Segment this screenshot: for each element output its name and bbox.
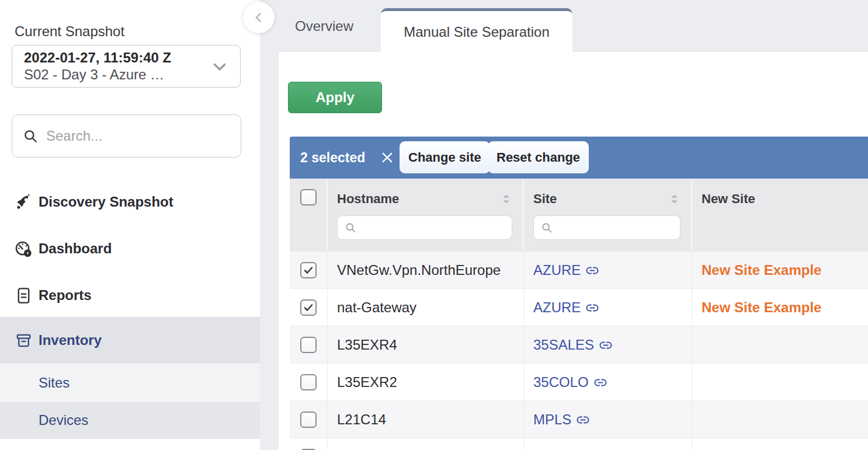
sidebar: Current Snapshot 2022-01-27, 11:59:40 Z …	[0, 0, 260, 450]
column-header-hostname: Hostname	[328, 179, 524, 251]
new-site-cell	[692, 401, 867, 438]
site-cell	[524, 438, 692, 450]
reset-change-button[interactable]: Reset change	[488, 141, 589, 173]
column-header-site: Site	[524, 179, 692, 251]
column-title: Hostname	[337, 191, 399, 207]
site-link[interactable]: MPLS	[533, 411, 589, 428]
tab-label: Overview	[295, 18, 353, 34]
table-row: L35EXR2 35COLO	[290, 363, 868, 400]
site-link[interactable]: 35COLO	[533, 374, 607, 390]
search-icon	[23, 128, 38, 144]
table-row: L21C14 MPLS	[290, 400, 868, 438]
new-site-cell	[692, 326, 867, 363]
hostname-filter	[337, 215, 512, 240]
snapshot-name: S02 - Day 3 - Azure …	[24, 67, 211, 83]
table-row: VNetGw.Vpn.NorthEurope AZURE New Site Ex…	[290, 251, 868, 288]
site-name: AZURE	[533, 299, 581, 316]
tab-label: Manual Site Separation	[404, 24, 550, 40]
column-title: Site	[533, 191, 557, 207]
sort-icon[interactable]	[502, 194, 510, 204]
hostname-cell	[328, 438, 524, 450]
site-filter-input[interactable]	[557, 221, 673, 235]
sidebar-item-dashboard[interactable]: Dashboard	[0, 233, 260, 264]
tab-bar	[279, 0, 868, 52]
link-icon	[594, 377, 607, 387]
sidebar-subitem-label: Devices	[39, 412, 88, 428]
devices-table: Hostname Site	[290, 179, 868, 450]
sidebar-item-sites[interactable]: Sites	[0, 364, 260, 401]
chevron-left-icon	[251, 10, 266, 25]
sidebar-item-label: Dashboard	[39, 240, 112, 257]
row-checkbox[interactable]	[300, 374, 317, 390]
site-filter	[533, 215, 680, 240]
site-name: AZURE	[533, 262, 581, 278]
column-title: New Site	[702, 191, 755, 207]
archive-box-icon	[15, 332, 33, 350]
snapshot-selector[interactable]: 2022-01-27, 11:59:40 Z S02 - Day 3 - Azu…	[12, 45, 241, 88]
search-icon	[541, 222, 553, 233]
link-icon	[586, 302, 599, 312]
site-link[interactable]: 35SALES	[533, 337, 612, 353]
hostname-cell: VNetGw.Vpn.NorthEurope	[328, 252, 524, 288]
snapshot-date: 2022-01-27, 11:59:40 Z	[24, 50, 211, 67]
site-name: 35SALES	[533, 337, 594, 353]
new-site-cell	[692, 438, 867, 450]
table-header-row: Hostname Site	[290, 179, 868, 251]
current-snapshot-label: Current Snapshot	[15, 23, 124, 40]
site-link[interactable]: AZURE	[533, 262, 599, 278]
sidebar-collapse-button[interactable]	[243, 2, 275, 33]
hostname-cell: L35EXR2	[328, 364, 524, 400]
row-checkbox[interactable]	[300, 262, 317, 278]
sidebar-item-label: Discovery Snapshot	[39, 194, 173, 210]
site-name: MPLS	[533, 411, 571, 428]
sidebar-item-label: Reports	[39, 287, 92, 304]
sidebar-subitem-label: Sites	[39, 375, 70, 391]
new-site-cell	[692, 364, 867, 400]
app-window: Current Snapshot 2022-01-27, 11:59:40 Z …	[0, 0, 868, 450]
link-icon	[577, 414, 589, 424]
search-input[interactable]	[46, 128, 230, 144]
hostname-filter-input[interactable]	[361, 221, 505, 235]
hostname-cell: L21C14	[328, 401, 524, 438]
column-header-new-site: New Site	[692, 179, 867, 251]
new-site-cell: New Site Example	[692, 252, 867, 288]
sidebar-item-discovery-snapshot[interactable]: Discovery Snapshot	[0, 187, 260, 217]
change-site-button[interactable]: Change site	[400, 141, 490, 173]
sort-icon[interactable]	[671, 194, 678, 204]
sidebar-item-reports[interactable]: Reports	[0, 280, 260, 311]
site-name: 35COLO	[533, 374, 589, 390]
selected-count-text: 2 selected	[300, 150, 365, 166]
search-icon	[345, 222, 356, 233]
table-row	[290, 438, 868, 450]
hostname-cell: nat-Gateway	[328, 289, 524, 326]
document-icon	[15, 287, 33, 305]
select-all-checkbox[interactable]	[300, 189, 317, 205]
chevron-down-icon	[211, 58, 228, 75]
snapshot-selector-value: 2022-01-27, 11:59:40 Z S02 - Day 3 - Azu…	[12, 50, 211, 83]
link-icon	[586, 265, 599, 275]
site-link[interactable]: AZURE	[533, 299, 599, 316]
sidebar-search	[12, 114, 241, 158]
close-icon	[380, 151, 394, 165]
table-row: L35EXR4 35SALES	[290, 326, 868, 363]
link-icon	[599, 340, 612, 350]
tab-overview[interactable]: Overview	[295, 0, 353, 52]
row-checkbox[interactable]	[300, 411, 317, 428]
tab-manual-site-separation[interactable]: Manual Site Separation	[381, 8, 572, 53]
row-checkbox[interactable]	[300, 337, 317, 353]
row-checkbox[interactable]	[300, 299, 317, 316]
sidebar-item-inventory[interactable]: Inventory	[0, 317, 260, 364]
gauge-icon	[15, 240, 33, 258]
sidebar-item-label: Inventory	[39, 332, 102, 348]
table-header-checkbox-cell	[290, 179, 328, 251]
clear-selection-button[interactable]	[378, 148, 397, 167]
selection-toolbar: 2 selected Change site Reset change	[290, 137, 868, 179]
table-row: nat-Gateway AZURE New Site Example	[290, 288, 868, 326]
apply-button[interactable]: Apply	[288, 82, 382, 113]
rocket-icon	[15, 193, 33, 211]
sidebar-item-devices[interactable]: Devices	[0, 402, 260, 439]
new-site-cell: New Site Example	[692, 289, 867, 326]
hostname-cell: L35EXR4	[328, 326, 524, 363]
